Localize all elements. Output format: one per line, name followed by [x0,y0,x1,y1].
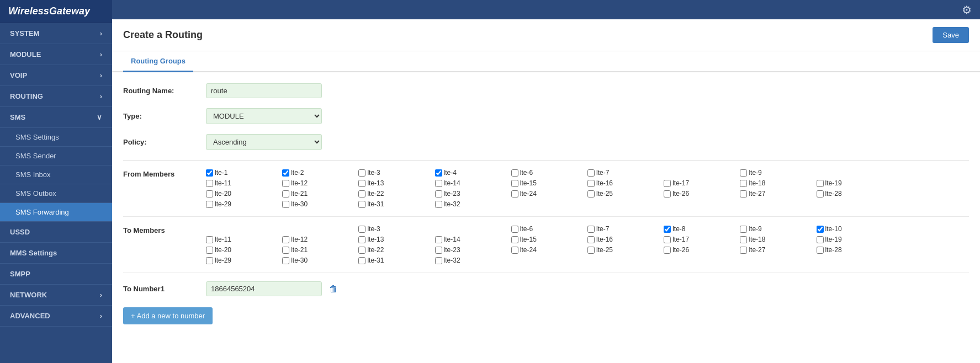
from-member-lte-3[interactable]: lte-3 [358,169,435,177]
to-member-lte-18[interactable]: lte-18 [740,236,816,243]
tab-routing-groups[interactable]: Routing Groups [123,51,193,72]
sidebar-sub-item-sms-inbox[interactable]: SMS Inbox [0,166,112,184]
to-member-lte-19[interactable]: lte-19 [817,236,893,243]
from-member-lte-9[interactable]: lte-9 [740,169,816,177]
policy-select[interactable]: Ascending Descending Round Robin Random [206,134,322,150]
to-member-placeholder3 [435,225,511,233]
from-member-lte-16[interactable]: lte-16 [587,179,664,187]
save-button[interactable]: Save [933,27,969,43]
type-select[interactable]: MODULE VOIP SIM [206,108,322,124]
sidebar-item-label: SYSTEM [10,29,39,38]
sidebar-sub-item-sms-sender[interactable]: SMS Sender [0,147,112,166]
trash-button[interactable]: 🗑 [326,282,341,296]
from-members-row3: lte-20 lte-21 lte-22 lte-23 lte-24 lte-2… [206,190,969,197]
settings-icon[interactable]: ⚙ [962,3,972,17]
from-member-lte-15[interactable]: lte-15 [511,179,587,187]
to-member-lte-10[interactable]: lte-10 [817,225,893,233]
sidebar-item-ussd[interactable]: USSD [0,222,112,243]
to-member-lte-26[interactable]: lte-26 [664,246,740,254]
to-members-row4: lte-29 lte-30 lte-31 lte-32 [206,257,969,264]
from-member-lte-30[interactable]: lte-30 [282,200,358,208]
to-member-lte-24[interactable]: lte-24 [511,246,587,254]
to-member-lte-25[interactable]: lte-25 [587,246,664,254]
to-member-lte-8[interactable]: lte-8 [664,225,740,233]
from-member-lte-22[interactable]: lte-22 [358,190,435,197]
to-number-input[interactable] [206,281,322,296]
from-member-placeholder2 [817,169,893,177]
from-member-lte-13[interactable]: lte-13 [358,179,435,187]
from-member-lte-12[interactable]: lte-12 [282,179,358,187]
from-member-lte-4[interactable]: lte-4 [435,169,511,177]
sidebar-item-sms[interactable]: SMS ∨ [0,107,112,128]
from-members-grid: lte-1 lte-2 lte-3 lte-4 lte-6 lte-7 lte-… [206,169,969,208]
from-member-lte-26[interactable]: lte-26 [664,190,740,197]
from-member-lte-27[interactable]: lte-27 [740,190,816,197]
from-member-lte-18[interactable]: lte-18 [740,179,816,187]
to-member-lte-6[interactable]: lte-6 [511,225,587,233]
sidebar-item-system[interactable]: SYSTEM › [0,23,112,44]
from-member-lte-17[interactable]: lte-17 [664,179,740,187]
sidebar-sub-item-sms-settings[interactable]: SMS Settings [0,128,112,147]
add-new-to-number-button[interactable]: + Add a new to number [123,307,213,324]
from-member-lte-1[interactable]: lte-1 [206,169,282,177]
sidebar-item-advanced[interactable]: ADVANCED › [0,306,112,327]
from-member-placeholder3 [893,169,969,177]
sidebar-item-network[interactable]: NETWORK › [0,285,112,306]
to-member-lte-20[interactable]: lte-20 [206,246,282,254]
main-content: ⚙ Create a Routing Save Routing Groups R… [112,0,980,363]
from-member-lte-7[interactable]: lte-7 [587,169,664,177]
sidebar-item-voip[interactable]: VOIP › [0,65,112,86]
to-member-lte-28[interactable]: lte-28 [817,246,893,254]
from-member-lte-21[interactable]: lte-21 [282,190,358,197]
to-member-lte-21[interactable]: lte-21 [282,246,358,254]
from-member-lte-24[interactable]: lte-24 [511,190,587,197]
to-member-lte-14[interactable]: lte-14 [435,236,511,243]
chevron-right-icon: › [100,29,102,38]
type-row: Type: MODULE VOIP SIM [123,108,969,124]
sidebar-item-mms-settings[interactable]: MMS Settings [0,243,112,264]
from-members-row: From Members lte-1 lte-2 lte-3 lte-4 lte… [123,169,969,217]
from-member-lte-6[interactable]: lte-6 [511,169,587,177]
to-member-lte-3[interactable]: lte-3 [358,225,435,233]
to-member-lte-29[interactable]: lte-29 [206,257,282,264]
to-member-lte-16[interactable]: lte-16 [587,236,664,243]
to-member-lte-30[interactable]: lte-30 [282,257,358,264]
from-member-lte-19[interactable]: lte-19 [817,179,893,187]
routing-name-input[interactable] [206,83,322,98]
to-member-lte-15[interactable]: lte-15 [511,236,587,243]
sidebar-item-smpp[interactable]: SMPP [0,264,112,285]
to-member-lte-7[interactable]: lte-7 [587,225,664,233]
from-member-lte-31[interactable]: lte-31 [358,200,435,208]
from-member-lte-23[interactable]: lte-23 [435,190,511,197]
from-member-lte-29[interactable]: lte-29 [206,200,282,208]
to-member-lte-22[interactable]: lte-22 [358,246,435,254]
from-member-lte-20[interactable]: lte-20 [206,190,282,197]
sidebar-sub-item-sms-outbox[interactable]: SMS Outbox [0,184,112,203]
to-member-lte-13[interactable]: lte-13 [358,236,435,243]
to-member-lte-23[interactable]: lte-23 [435,246,511,254]
routing-name-row: Routing Name: [123,83,969,98]
to-member-lte-17[interactable]: lte-17 [664,236,740,243]
to-member-lte-9[interactable]: lte-9 [740,225,816,233]
sidebar-item-label: MODULE [10,50,41,58]
to-member-placeholder1 [206,225,282,233]
sidebar-item-module[interactable]: MODULE › [0,44,112,65]
sidebar-sub-item-sms-forwarding[interactable]: SMS Forwarding [0,203,112,222]
from-member-lte-32[interactable]: lte-32 [435,200,511,208]
sidebar-item-label: MMS Settings [10,249,57,257]
from-member-lte-28[interactable]: lte-28 [817,190,893,197]
to-members-row3: lte-20 lte-21 lte-22 lte-23 lte-24 lte-2… [206,246,969,254]
chevron-right-icon: › [100,92,102,100]
to-member-lte-27[interactable]: lte-27 [740,246,816,254]
to-member-lte-12[interactable]: lte-12 [282,236,358,243]
to-member-lte-31[interactable]: lte-31 [358,257,435,264]
from-member-lte-14[interactable]: lte-14 [435,179,511,187]
to-member-lte-32[interactable]: lte-32 [435,257,511,264]
from-member-lte-11[interactable]: lte-11 [206,179,282,187]
sidebar-item-routing[interactable]: ROUTING › [0,86,112,107]
sidebar-item-label: ADVANCED [10,312,50,320]
to-members-row1: lte-3 lte-6 lte-7 lte-8 lte-9 lte-10 [206,225,969,233]
to-member-lte-11[interactable]: lte-11 [206,236,282,243]
from-member-lte-25[interactable]: lte-25 [587,190,664,197]
from-member-lte-2[interactable]: lte-2 [282,169,358,177]
